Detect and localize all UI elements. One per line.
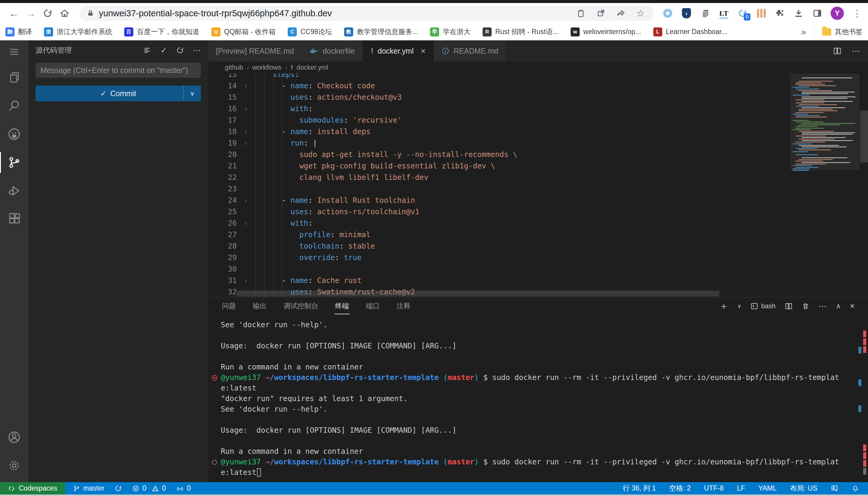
bookmark-item[interactable]: 浙浙江大学邮件系统 (44, 27, 112, 36)
downloads-icon[interactable] (793, 8, 804, 19)
browser-menu-icon[interactable]: ⋮ (852, 8, 863, 19)
sidebar-item-explorer[interactable] (0, 63, 28, 92)
commit-button[interactable]: ✓ Commit ∨ (35, 86, 201, 101)
breadcrumb-segment[interactable]: workflows (252, 64, 282, 72)
panel-tab[interactable]: 注释 (396, 298, 411, 314)
panel-tab[interactable]: 调试控制台 (283, 298, 319, 314)
encoding[interactable]: UTF-8 (704, 484, 723, 492)
accounts-icon[interactable] (0, 423, 28, 451)
sidebar-item-source-control[interactable] (0, 148, 28, 176)
bookmark-item[interactable]: CCC98论坛 (288, 27, 332, 36)
fold-chevron-icon[interactable]: ∨ (237, 195, 255, 206)
home-icon[interactable] (56, 5, 73, 22)
editor-tab[interactable]: [Preview] README.md (208, 41, 302, 61)
bookmark-item[interactable]: 教教学管理信息服务... (344, 27, 418, 36)
other-bookmarks-button[interactable]: 其他书签 (822, 27, 863, 36)
breadcrumb-segment[interactable]: .github (223, 64, 243, 72)
split-terminal-icon[interactable] (785, 302, 793, 310)
extension-circle-icon[interactable] (662, 8, 673, 19)
reload-icon[interactable] (39, 5, 56, 22)
sidebar-item-run-debug[interactable] (0, 176, 28, 205)
bookmarks-overflow-icon[interactable]: » (801, 27, 806, 37)
more-actions-icon[interactable]: ⋯ (193, 46, 201, 55)
sidebar-item-search[interactable] (0, 92, 28, 120)
address-bar[interactable]: yunwei37-potential-space-trout-rpr5qwj66… (80, 6, 654, 21)
new-terminal-icon[interactable]: ＋ (719, 300, 728, 312)
problems-indicator[interactable]: 0 0 (132, 484, 166, 492)
fold-chevron-icon[interactable]: ∨ (237, 218, 255, 229)
panel-tab[interactable]: 问题 (221, 298, 237, 314)
url-text[interactable]: yunwei37-potential-space-trout-rpr5qwj66… (99, 9, 577, 18)
terminal-output[interactable]: See 'docker run --help'.Usage: docker ru… (221, 320, 855, 479)
panel-tab[interactable]: 端口 (365, 298, 380, 314)
minimap[interactable] (790, 74, 859, 297)
extension-refresh-icon[interactable]: 0 (737, 8, 748, 19)
fold-chevron-icon[interactable]: ∨ (237, 126, 255, 137)
language-mode[interactable]: YAML (758, 484, 777, 492)
branch-indicator[interactable]: master (73, 484, 104, 492)
fold-chevron-icon[interactable]: ∨ (237, 103, 255, 114)
bookmark-star-icon[interactable]: ☆ (636, 7, 645, 19)
extensions-puzzle-icon[interactable] (775, 8, 785, 19)
maximize-panel-icon[interactable]: ∧ (836, 302, 841, 310)
terminal-shell-button[interactable]: bash (750, 302, 776, 310)
clipboard-icon[interactable] (577, 9, 585, 18)
sidebar-item-extensions[interactable] (0, 205, 28, 233)
editor-tab[interactable]: !docker.yml× (363, 41, 433, 61)
sync-button[interactable] (115, 485, 122, 492)
extension-pages-icon[interactable] (700, 8, 710, 19)
commit-check-icon[interactable]: ✓ (161, 46, 167, 55)
tab-close-icon[interactable]: × (421, 46, 425, 56)
menu-hamburger-icon[interactable] (0, 41, 28, 63)
code-editor[interactable]: 13 steps:14∨ - name: Checkout code15 use… (208, 74, 868, 297)
bookmark-item[interactable]: 学学在浙大 (430, 27, 470, 36)
remote-indicator[interactable]: Codespaces (0, 482, 65, 495)
editor-vertical-scrollbar[interactable] (860, 111, 868, 162)
refresh-icon[interactable] (176, 46, 184, 54)
fold-chevron-icon[interactable]: ∨ (237, 137, 255, 149)
editor-more-actions-icon[interactable]: ⋯ (852, 46, 860, 56)
commit-message-input[interactable]: Message (Ctrl+Enter to commit on "master… (35, 63, 201, 78)
view-as-list-icon[interactable] (143, 46, 151, 55)
settings-gear-icon[interactable] (0, 451, 28, 480)
profile-avatar[interactable]: Y (830, 6, 844, 20)
indentation[interactable]: 空格: 2 (669, 484, 691, 493)
extension-shield-icon[interactable]: › (681, 8, 692, 19)
sidebar-toggle-icon[interactable] (812, 8, 823, 19)
editor-tab[interactable]: README.md (434, 41, 507, 61)
notifications-bell-icon[interactable] (852, 484, 859, 492)
fold-chevron-icon[interactable]: ∨ (237, 275, 255, 286)
kill-terminal-trash-icon[interactable] (802, 302, 809, 310)
breadcrumb[interactable]: .github › workflows › ! docker.yml (208, 61, 868, 74)
bookmark-item[interactable]: 翻翻译 (5, 27, 32, 36)
extension-bullets-icon[interactable] (756, 8, 767, 19)
close-panel-icon[interactable]: × (850, 301, 855, 311)
editor-tab[interactable]: dockerfile (302, 41, 363, 61)
feedback-icon[interactable] (830, 484, 838, 492)
editor-horizontal-scrollbar[interactable] (237, 291, 719, 296)
back-icon[interactable]: ← (5, 5, 22, 22)
minimap-line (799, 139, 835, 140)
terminal-dropdown-chevron[interactable]: ∨ (737, 303, 741, 309)
extension-languagetool-icon[interactable]: LT (718, 8, 729, 19)
open-in-new-icon[interactable] (596, 9, 605, 18)
commit-dropdown-chevron[interactable]: ∨ (183, 86, 201, 101)
forward-icon[interactable]: → (22, 5, 39, 22)
bookmark-item[interactable]: LLearner Dashboar... (653, 27, 727, 36)
panel-more-actions-icon[interactable]: ⋯ (819, 301, 827, 311)
ports-indicator[interactable]: 0 (176, 484, 191, 492)
split-editor-icon[interactable] (833, 47, 841, 55)
eol-sequence[interactable]: LF (737, 484, 745, 492)
bookmark-item[interactable]: RRust 招聘 - Rust语... (482, 27, 558, 36)
panel-tab[interactable]: 终端 (334, 298, 349, 314)
sidebar-item-github[interactable] (0, 120, 28, 148)
fold-chevron-icon[interactable]: ∨ (237, 80, 255, 92)
cursor-position[interactable]: 行 36, 列 1 (623, 484, 656, 493)
bookmark-item[interactable]: wweloveinterns/op... (571, 27, 641, 36)
panel-tab[interactable]: 输出 (252, 298, 267, 314)
bookmark-item[interactable]: QQQ邮箱 - 收件箱 (211, 27, 276, 36)
keyboard-layout[interactable]: 布局: US (790, 484, 817, 493)
bookmark-item[interactable]: 百百度一下，你就知道 (124, 27, 199, 36)
breadcrumb-file[interactable]: docker.yml (297, 64, 328, 72)
share-icon[interactable] (616, 9, 625, 18)
